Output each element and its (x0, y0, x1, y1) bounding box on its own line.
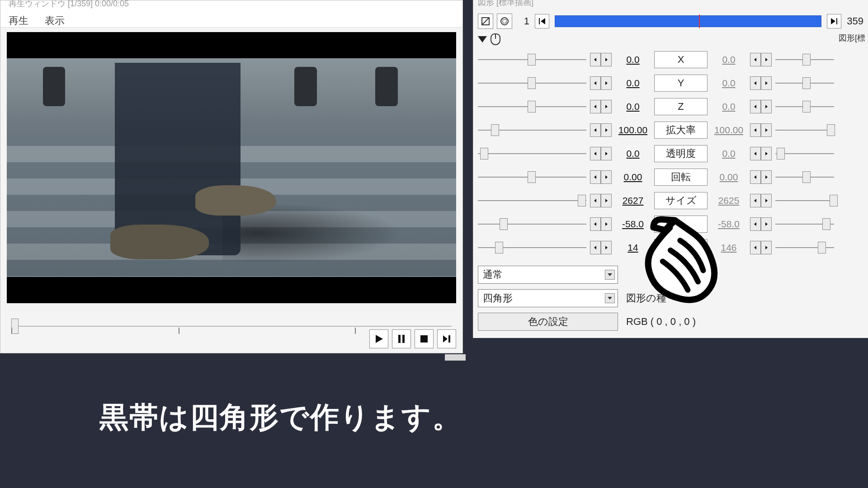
param-stepper-right[interactable] (750, 53, 772, 66)
param-stepper-right[interactable] (750, 100, 772, 113)
param-slider-right[interactable] (775, 195, 834, 206)
param-label-button[interactable] (654, 239, 708, 256)
param-label-button[interactable]: Y (654, 75, 708, 92)
param-slider-left[interactable] (478, 218, 586, 230)
param-stepper-right[interactable] (750, 147, 772, 160)
param-stepper-left[interactable] (590, 194, 612, 207)
seek-start-button[interactable] (535, 14, 549, 28)
shape-type-combo[interactable]: 四角形 (478, 289, 618, 307)
color-settings-button[interactable]: 色の設定 (478, 313, 618, 331)
param-slider-right[interactable] (775, 124, 834, 136)
param-value-left[interactable]: 0.0 (615, 101, 651, 112)
param-slider-right[interactable] (775, 242, 834, 253)
param-stepper-left[interactable] (590, 217, 612, 231)
step-right-icon[interactable] (601, 53, 612, 66)
step-left-icon[interactable] (590, 217, 601, 231)
step-right-icon[interactable] (761, 241, 772, 254)
step-right-icon[interactable] (761, 76, 772, 90)
step-right-icon[interactable] (761, 53, 772, 66)
param-value-left[interactable]: 2627 (615, 195, 651, 206)
step-left-icon[interactable] (750, 53, 761, 66)
param-slider-right[interactable] (775, 101, 834, 113)
param-label-button[interactable] (654, 216, 708, 233)
param-stepper-left[interactable] (590, 147, 612, 160)
pause-button[interactable] (392, 329, 411, 348)
param-slider-left[interactable] (478, 54, 586, 66)
resize-grip[interactable] (445, 354, 466, 361)
param-stepper-right[interactable] (750, 76, 772, 90)
step-left-icon[interactable] (750, 241, 761, 254)
step-right-icon[interactable] (761, 217, 772, 231)
param-stepper-right[interactable] (750, 217, 772, 231)
step-left-icon[interactable] (590, 194, 601, 207)
step-right-icon[interactable] (601, 123, 612, 137)
play-button[interactable] (369, 329, 388, 348)
step-right-icon[interactable] (601, 170, 612, 184)
step-right-icon[interactable] (601, 100, 612, 113)
step-left-icon[interactable] (750, 100, 761, 113)
step-right-icon[interactable] (601, 194, 612, 207)
param-value-left[interactable]: -58.0 (615, 219, 651, 230)
step-right-icon[interactable] (761, 170, 772, 184)
step-left-icon[interactable] (590, 147, 601, 160)
param-stepper-right[interactable] (750, 123, 772, 137)
param-label-button[interactable]: 回転 (654, 169, 708, 186)
param-value-right[interactable]: 0.0 (711, 101, 746, 112)
menu-play[interactable]: 再生 (9, 14, 28, 24)
param-value-right[interactable]: -58.0 (711, 219, 746, 230)
mouse-icon[interactable] (491, 33, 500, 45)
param-value-left[interactable]: 100.00 (615, 125, 651, 136)
playback-scrubber[interactable] (11, 324, 452, 328)
step-right-icon[interactable] (761, 147, 772, 160)
param-stepper-left[interactable] (590, 76, 612, 90)
param-slider-right[interactable] (775, 171, 834, 183)
blend-mode-combo[interactable]: 通常 (478, 266, 618, 284)
param-slider-left[interactable] (478, 124, 586, 136)
param-stepper-right[interactable] (750, 170, 772, 184)
param-slider-left[interactable] (478, 242, 586, 253)
step-left-icon[interactable] (750, 194, 761, 207)
toggle-icon-2[interactable] (497, 14, 512, 29)
step-left-icon[interactable] (750, 147, 761, 160)
step-left-icon[interactable] (750, 170, 761, 184)
toggle-icon-1[interactable] (478, 14, 493, 29)
step-right-icon[interactable] (601, 241, 612, 254)
step-right-icon[interactable] (761, 123, 772, 137)
param-slider-left[interactable] (478, 171, 586, 183)
param-label-button[interactable]: X (654, 51, 708, 68)
frame-marker[interactable] (699, 14, 700, 28)
param-stepper-left[interactable] (590, 53, 612, 66)
param-stepper-right[interactable] (750, 241, 772, 254)
param-stepper-left[interactable] (590, 123, 612, 137)
step-left-icon[interactable] (590, 53, 601, 66)
step-right-icon[interactable] (601, 147, 612, 160)
param-slider-left[interactable] (478, 148, 586, 160)
param-label-button[interactable]: 拡大率 (654, 122, 708, 139)
seek-end-button[interactable] (827, 14, 841, 28)
step-right-icon[interactable] (761, 100, 772, 113)
frame-bar[interactable] (555, 15, 821, 27)
param-value-right[interactable]: 0.0 (711, 54, 746, 65)
param-stepper-right[interactable] (750, 194, 772, 207)
step-right-icon[interactable] (761, 194, 772, 207)
step-left-icon[interactable] (590, 100, 601, 113)
param-value-right[interactable]: 100.00 (711, 125, 746, 136)
param-stepper-left[interactable] (590, 170, 612, 184)
seek-end-button[interactable] (437, 329, 456, 348)
param-value-right[interactable]: 146 (711, 242, 746, 253)
param-value-right[interactable]: 0.0 (711, 78, 746, 89)
step-left-icon[interactable] (590, 123, 601, 137)
step-right-icon[interactable] (601, 217, 612, 231)
menu-view[interactable]: 表示 (45, 14, 65, 24)
step-left-icon[interactable] (750, 123, 761, 137)
param-slider-right[interactable] (775, 148, 834, 160)
step-left-icon[interactable] (590, 170, 601, 184)
param-label-button[interactable]: 透明度 (654, 145, 708, 162)
param-stepper-left[interactable] (590, 100, 612, 113)
param-value-right[interactable]: 0.0 (711, 148, 746, 159)
param-label-button[interactable]: サイズ (654, 192, 708, 209)
param-value-left[interactable]: 0.0 (615, 54, 651, 65)
param-value-right[interactable]: 2625 (711, 195, 746, 206)
param-label-button[interactable]: Z (654, 98, 708, 115)
param-value-left[interactable]: 0.0 (615, 148, 651, 159)
